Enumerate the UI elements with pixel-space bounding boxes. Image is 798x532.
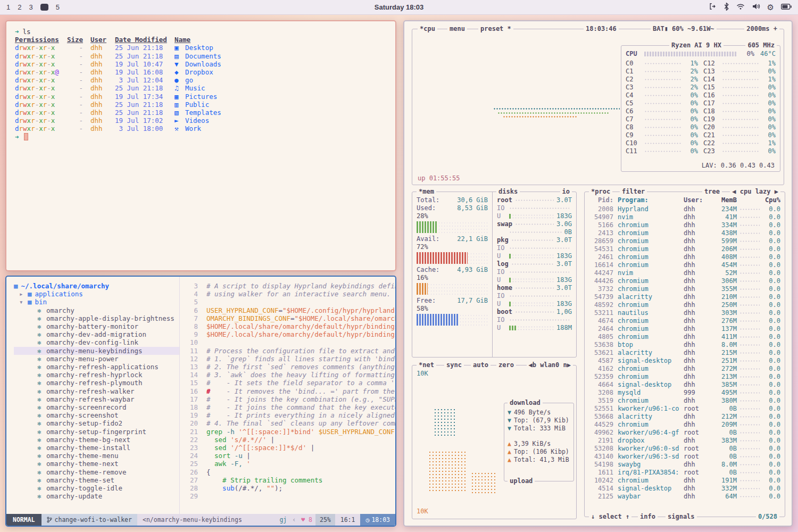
- settings-icon[interactable]: ⚙: [767, 3, 774, 11]
- zero-button[interactable]: zero: [496, 361, 516, 369]
- editor-window[interactable]: ■ ~/.local/share/omarchy ▸ ■ application…: [5, 276, 396, 527]
- core-row: C170%: [703, 99, 776, 107]
- tree-item[interactable]: ✱omarchy-theme-install: [37, 444, 179, 452]
- tree-item[interactable]: ✱omarchy-setup-fingerprint: [37, 428, 179, 436]
- process-row[interactable]: 43140kworker/u96:3-sdroot0B0.0: [589, 453, 780, 461]
- tree-item[interactable]: ✱omarchy-theme-bg-next: [37, 436, 179, 444]
- process-row[interactable]: 2461chromiumdhh408M0.0: [589, 253, 780, 261]
- tree-item[interactable]: ✱omarchy-apple-display-brightness: [37, 314, 179, 322]
- logout-icon[interactable]: [709, 3, 717, 12]
- folder-icon: ■: [28, 298, 32, 306]
- system-monitor-window[interactable]: *cpu menu preset * 18:03:46 BAT▮ 60% ~9.…: [403, 20, 793, 527]
- process-row[interactable]: 53211nautilusdhh303M0.0: [589, 309, 780, 317]
- process-box: *proc filter tree ◀ cpu lazy ▶ Pid: Prog…: [584, 192, 785, 517]
- cpu-box-title[interactable]: *cpu: [418, 25, 437, 33]
- code-pane[interactable]: 3# A script to display Hyprland keybindi…: [179, 277, 395, 514]
- process-row[interactable]: 2413chromiumdhh438M0.0: [589, 229, 780, 237]
- process-row[interactable]: 28659chromiumdhh599M0.0: [589, 237, 780, 245]
- update-interval[interactable]: 2000ms +: [744, 25, 779, 33]
- process-row[interactable]: 44529chromiumdhh209M0.0: [589, 421, 780, 429]
- preset-button[interactable]: preset *: [478, 25, 513, 33]
- tree-item[interactable]: ✱omarchy-refresh-walker: [37, 387, 179, 395]
- process-row[interactable]: 44247nvimdhh52M0.0: [589, 269, 780, 277]
- process-row[interactable]: 1611irq/81-PIXA3854:root0B0.0: [589, 469, 780, 477]
- process-row[interactable]: 53668alacrittydhh212M0.0: [589, 413, 780, 421]
- tree-item[interactable]: ✱omarchy-refresh-plymouth: [37, 379, 179, 387]
- proc-box-title[interactable]: *proc: [589, 188, 612, 196]
- core-row: C22%: [626, 76, 698, 84]
- tree-item[interactable]: ✱omarchy-screenrecord: [37, 403, 179, 411]
- process-row[interactable]: 3208mysqld999495M0.0: [589, 389, 780, 397]
- process-row[interactable]: 44426chromiumdhh306M0.0: [589, 277, 780, 285]
- process-row[interactable]: 54907nvimdhh41M0.0: [589, 213, 780, 221]
- tree-item[interactable]: ✱omarchy-theme-remove: [37, 468, 179, 476]
- process-row[interactable]: 3519chromiumdhh380M0.0: [589, 397, 780, 405]
- auto-button[interactable]: auto: [471, 361, 491, 369]
- process-row[interactable]: 2191dropboxdhh383M0.0: [589, 437, 780, 445]
- tree-item[interactable]: ✱omarchy-menu-keybindings: [14, 347, 179, 355]
- select-button[interactable]: ↓ select ↑: [589, 513, 631, 521]
- process-row[interactable]: 5166chromiumdhh334M0.0: [589, 221, 780, 229]
- info-button[interactable]: info: [638, 513, 658, 521]
- process-row[interactable]: 2125waybardhh64M0.0: [589, 493, 780, 501]
- mem-total: Total: 30,6 GiB: [417, 196, 488, 204]
- tree-folder-bin[interactable]: ▾ ■ bin: [19, 298, 179, 306]
- file-row: drwxr-xr-x-dhh19 Jul 17:34▦Pictures: [15, 93, 395, 101]
- process-row[interactable]: 4514signal-desktopdhh332M0.0: [589, 485, 780, 493]
- battery-icon[interactable]: [781, 3, 792, 11]
- process-row[interactable]: 54739alacrittydhh210M0.0: [589, 293, 780, 301]
- process-row[interactable]: 54198swaybgdhh8.0M0.0: [589, 461, 780, 469]
- tree-button[interactable]: tree: [702, 188, 722, 196]
- process-row[interactable]: 2464chromiumdhh137M0.0: [589, 325, 780, 333]
- tree-item[interactable]: ✱omarchy: [37, 306, 179, 314]
- process-row[interactable]: 4664signal-desktopdhh385M0.0: [589, 381, 780, 389]
- tree-item[interactable]: ✱omarchy-setup-fido2: [37, 419, 179, 427]
- tree-item[interactable]: ✱omarchy-menu-power: [37, 355, 179, 363]
- network-interface[interactable]: ◀b wlan0 n▶: [527, 361, 573, 369]
- tree-item[interactable]: ✱omarchy-refresh-hyprlock: [37, 371, 179, 379]
- process-row[interactable]: 16614chromiumdhh454M0.0: [589, 261, 780, 269]
- process-row[interactable]: 4805chromiumdhh411M0.0: [589, 333, 780, 341]
- tree-item[interactable]: ✱omarchy-theme-menu: [37, 452, 179, 460]
- clock[interactable]: Saturday 18:03: [0, 3, 798, 11]
- file-icon: ✱: [37, 484, 43, 492]
- process-row[interactable]: 49962kworker/u96:4-gfroot0B0.0: [589, 429, 780, 437]
- process-row[interactable]: 10242chromiumdhh191M0.0: [589, 477, 780, 485]
- sort-selector[interactable]: ◀ cpu lazy ▶: [730, 188, 780, 196]
- tree-item[interactable]: ✱omarchy-dev-config-link: [37, 338, 179, 346]
- tree-item[interactable]: ✱omarchy-theme-set: [37, 476, 179, 484]
- process-row[interactable]: 4587signal-desktopdhh251M0.0: [589, 357, 780, 365]
- signals-button[interactable]: signals: [666, 513, 697, 521]
- sync-button[interactable]: sync: [444, 361, 464, 369]
- tree-folder-applications[interactable]: ▸ ■ applications: [19, 290, 179, 298]
- tree-item[interactable]: ✱omarchy-theme-next: [37, 460, 179, 468]
- tree-item[interactable]: ✱omarchy-refresh-applications: [37, 363, 179, 371]
- process-row[interactable]: 53638btopdhh8.0M0.0: [589, 341, 780, 349]
- tree-item[interactable]: ✱omarchy-dev-add-migration: [37, 330, 179, 338]
- tree-item[interactable]: ✱omarchy-screenshot: [37, 411, 179, 419]
- bluetooth-icon[interactable]: [724, 3, 729, 12]
- process-row[interactable]: 53208kworker/u96:0-sdroot0B0.0: [589, 445, 780, 453]
- tree-root[interactable]: ■ ~/.local/share/omarchy: [14, 282, 179, 290]
- process-row[interactable]: 54531chromiumdhh206M0.0: [589, 245, 780, 253]
- terminal-window[interactable]: ➜ ls Permissions Size User Date Modified…: [5, 20, 396, 271]
- tree-item[interactable]: ✱omarchy-refresh-waybar: [37, 395, 179, 403]
- filter-button[interactable]: filter: [620, 188, 647, 196]
- tree-item[interactable]: ✱omarchy-toggle-idle: [37, 484, 179, 492]
- net-box-title[interactable]: *net: [417, 361, 436, 369]
- file-path: <n/omarchy-menu-keybindings: [137, 516, 247, 523]
- process-row[interactable]: 52551kworker/u96:1-coroot0B0.0: [589, 405, 780, 413]
- tree-item[interactable]: ✱omarchy-battery-monitor: [37, 322, 179, 330]
- process-row[interactable]: 52359chromiumdhh213M0.0: [589, 373, 780, 381]
- volume-icon[interactable]: [752, 3, 760, 12]
- process-row[interactable]: 48592chromiumdhh250M0.0: [589, 301, 780, 309]
- process-row[interactable]: 4162chromiumdhh272M0.0: [589, 365, 780, 373]
- process-row[interactable]: 2008Hyprlanddhh234M0.0: [589, 205, 780, 213]
- process-row[interactable]: 53621alacrittydhh215M0.0: [589, 349, 780, 357]
- tree-item[interactable]: ✱omarchy-update: [37, 492, 179, 500]
- menu-button[interactable]: menu: [447, 25, 467, 33]
- process-row[interactable]: 4674chromiumdhh276M0.0: [589, 317, 780, 325]
- wifi-icon[interactable]: [736, 3, 745, 12]
- process-row[interactable]: 3732chromiumdhh355M0.0: [589, 285, 780, 293]
- git-branch[interactable]: change-wofi-to-walker: [41, 514, 137, 526]
